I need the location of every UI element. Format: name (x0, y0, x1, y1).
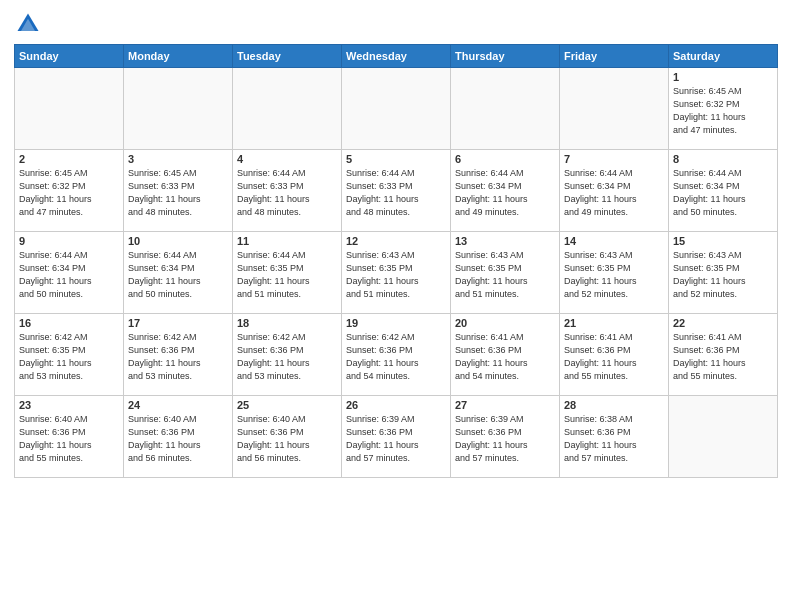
day-cell: 7Sunrise: 6:44 AM Sunset: 6:34 PM Daylig… (560, 150, 669, 232)
day-info: Sunrise: 6:44 AM Sunset: 6:34 PM Dayligh… (128, 249, 228, 301)
day-info: Sunrise: 6:39 AM Sunset: 6:36 PM Dayligh… (346, 413, 446, 465)
day-cell: 4Sunrise: 6:44 AM Sunset: 6:33 PM Daylig… (233, 150, 342, 232)
day-number: 16 (19, 317, 119, 329)
day-number: 8 (673, 153, 773, 165)
day-info: Sunrise: 6:42 AM Sunset: 6:36 PM Dayligh… (346, 331, 446, 383)
day-cell: 11Sunrise: 6:44 AM Sunset: 6:35 PM Dayli… (233, 232, 342, 314)
weekday-header-thursday: Thursday (451, 45, 560, 68)
calendar: SundayMondayTuesdayWednesdayThursdayFrid… (14, 44, 778, 478)
day-info: Sunrise: 6:43 AM Sunset: 6:35 PM Dayligh… (673, 249, 773, 301)
day-info: Sunrise: 6:45 AM Sunset: 6:32 PM Dayligh… (19, 167, 119, 219)
day-info: Sunrise: 6:39 AM Sunset: 6:36 PM Dayligh… (455, 413, 555, 465)
day-cell: 13Sunrise: 6:43 AM Sunset: 6:35 PM Dayli… (451, 232, 560, 314)
day-number: 20 (455, 317, 555, 329)
day-info: Sunrise: 6:44 AM Sunset: 6:34 PM Dayligh… (564, 167, 664, 219)
weekday-header-sunday: Sunday (15, 45, 124, 68)
day-cell: 6Sunrise: 6:44 AM Sunset: 6:34 PM Daylig… (451, 150, 560, 232)
day-info: Sunrise: 6:42 AM Sunset: 6:35 PM Dayligh… (19, 331, 119, 383)
week-row-2: 9Sunrise: 6:44 AM Sunset: 6:34 PM Daylig… (15, 232, 778, 314)
day-cell: 12Sunrise: 6:43 AM Sunset: 6:35 PM Dayli… (342, 232, 451, 314)
day-cell: 2Sunrise: 6:45 AM Sunset: 6:32 PM Daylig… (15, 150, 124, 232)
day-cell: 14Sunrise: 6:43 AM Sunset: 6:35 PM Dayli… (560, 232, 669, 314)
logo (14, 10, 44, 38)
day-cell: 10Sunrise: 6:44 AM Sunset: 6:34 PM Dayli… (124, 232, 233, 314)
day-cell: 28Sunrise: 6:38 AM Sunset: 6:36 PM Dayli… (560, 396, 669, 478)
day-info: Sunrise: 6:44 AM Sunset: 6:33 PM Dayligh… (237, 167, 337, 219)
day-number: 15 (673, 235, 773, 247)
day-cell: 26Sunrise: 6:39 AM Sunset: 6:36 PM Dayli… (342, 396, 451, 478)
day-cell: 27Sunrise: 6:39 AM Sunset: 6:36 PM Dayli… (451, 396, 560, 478)
day-cell: 15Sunrise: 6:43 AM Sunset: 6:35 PM Dayli… (669, 232, 778, 314)
day-number: 28 (564, 399, 664, 411)
day-cell (233, 68, 342, 150)
day-number: 27 (455, 399, 555, 411)
header (14, 10, 778, 38)
weekday-header-saturday: Saturday (669, 45, 778, 68)
weekday-header-wednesday: Wednesday (342, 45, 451, 68)
day-number: 26 (346, 399, 446, 411)
week-row-1: 2Sunrise: 6:45 AM Sunset: 6:32 PM Daylig… (15, 150, 778, 232)
day-info: Sunrise: 6:40 AM Sunset: 6:36 PM Dayligh… (128, 413, 228, 465)
day-number: 12 (346, 235, 446, 247)
day-number: 6 (455, 153, 555, 165)
day-number: 3 (128, 153, 228, 165)
logo-icon (14, 10, 42, 38)
day-info: Sunrise: 6:44 AM Sunset: 6:34 PM Dayligh… (455, 167, 555, 219)
day-cell: 23Sunrise: 6:40 AM Sunset: 6:36 PM Dayli… (15, 396, 124, 478)
day-cell (451, 68, 560, 150)
day-info: Sunrise: 6:42 AM Sunset: 6:36 PM Dayligh… (128, 331, 228, 383)
day-info: Sunrise: 6:41 AM Sunset: 6:36 PM Dayligh… (673, 331, 773, 383)
day-number: 2 (19, 153, 119, 165)
day-info: Sunrise: 6:38 AM Sunset: 6:36 PM Dayligh… (564, 413, 664, 465)
day-number: 7 (564, 153, 664, 165)
day-number: 19 (346, 317, 446, 329)
day-cell: 1Sunrise: 6:45 AM Sunset: 6:32 PM Daylig… (669, 68, 778, 150)
day-number: 11 (237, 235, 337, 247)
day-info: Sunrise: 6:44 AM Sunset: 6:33 PM Dayligh… (346, 167, 446, 219)
page: SundayMondayTuesdayWednesdayThursdayFrid… (0, 0, 792, 612)
weekday-header-tuesday: Tuesday (233, 45, 342, 68)
day-number: 5 (346, 153, 446, 165)
day-number: 10 (128, 235, 228, 247)
day-info: Sunrise: 6:41 AM Sunset: 6:36 PM Dayligh… (564, 331, 664, 383)
day-info: Sunrise: 6:45 AM Sunset: 6:33 PM Dayligh… (128, 167, 228, 219)
day-cell: 22Sunrise: 6:41 AM Sunset: 6:36 PM Dayli… (669, 314, 778, 396)
day-cell (560, 68, 669, 150)
day-cell: 25Sunrise: 6:40 AM Sunset: 6:36 PM Dayli… (233, 396, 342, 478)
day-cell: 17Sunrise: 6:42 AM Sunset: 6:36 PM Dayli… (124, 314, 233, 396)
day-cell: 9Sunrise: 6:44 AM Sunset: 6:34 PM Daylig… (15, 232, 124, 314)
day-cell (124, 68, 233, 150)
day-cell: 21Sunrise: 6:41 AM Sunset: 6:36 PM Dayli… (560, 314, 669, 396)
day-cell (669, 396, 778, 478)
weekday-header-row: SundayMondayTuesdayWednesdayThursdayFrid… (15, 45, 778, 68)
day-info: Sunrise: 6:44 AM Sunset: 6:34 PM Dayligh… (673, 167, 773, 219)
week-row-3: 16Sunrise: 6:42 AM Sunset: 6:35 PM Dayli… (15, 314, 778, 396)
day-cell: 5Sunrise: 6:44 AM Sunset: 6:33 PM Daylig… (342, 150, 451, 232)
day-number: 25 (237, 399, 337, 411)
day-info: Sunrise: 6:43 AM Sunset: 6:35 PM Dayligh… (455, 249, 555, 301)
day-info: Sunrise: 6:44 AM Sunset: 6:34 PM Dayligh… (19, 249, 119, 301)
day-number: 21 (564, 317, 664, 329)
week-row-0: 1Sunrise: 6:45 AM Sunset: 6:32 PM Daylig… (15, 68, 778, 150)
day-number: 1 (673, 71, 773, 83)
day-number: 22 (673, 317, 773, 329)
day-number: 4 (237, 153, 337, 165)
day-cell (15, 68, 124, 150)
day-number: 13 (455, 235, 555, 247)
day-info: Sunrise: 6:44 AM Sunset: 6:35 PM Dayligh… (237, 249, 337, 301)
day-cell: 3Sunrise: 6:45 AM Sunset: 6:33 PM Daylig… (124, 150, 233, 232)
day-cell: 16Sunrise: 6:42 AM Sunset: 6:35 PM Dayli… (15, 314, 124, 396)
day-cell: 8Sunrise: 6:44 AM Sunset: 6:34 PM Daylig… (669, 150, 778, 232)
day-info: Sunrise: 6:45 AM Sunset: 6:32 PM Dayligh… (673, 85, 773, 137)
day-cell: 24Sunrise: 6:40 AM Sunset: 6:36 PM Dayli… (124, 396, 233, 478)
day-number: 24 (128, 399, 228, 411)
day-number: 18 (237, 317, 337, 329)
day-cell: 19Sunrise: 6:42 AM Sunset: 6:36 PM Dayli… (342, 314, 451, 396)
day-number: 9 (19, 235, 119, 247)
weekday-header-friday: Friday (560, 45, 669, 68)
day-cell: 20Sunrise: 6:41 AM Sunset: 6:36 PM Dayli… (451, 314, 560, 396)
day-info: Sunrise: 6:43 AM Sunset: 6:35 PM Dayligh… (346, 249, 446, 301)
day-info: Sunrise: 6:43 AM Sunset: 6:35 PM Dayligh… (564, 249, 664, 301)
day-info: Sunrise: 6:40 AM Sunset: 6:36 PM Dayligh… (237, 413, 337, 465)
day-number: 17 (128, 317, 228, 329)
